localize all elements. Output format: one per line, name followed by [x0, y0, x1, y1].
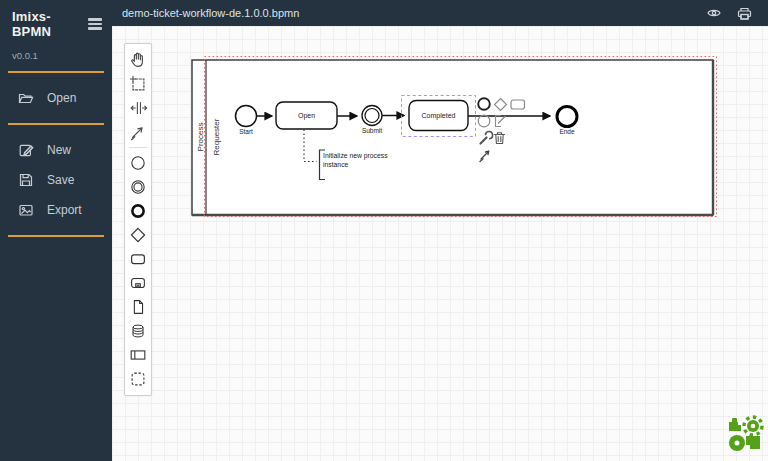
bpmn-intermediate-event-submit[interactable]: Submit [362, 106, 382, 135]
create-task[interactable] [126, 247, 150, 271]
bpmn-task-open[interactable]: Open [276, 102, 337, 129]
divider [8, 235, 104, 237]
lasso-tool[interactable] [126, 72, 150, 96]
divider [8, 71, 104, 73]
sidebar-item-open[interactable]: Open [0, 83, 112, 113]
sidebar-item-label: Export [47, 203, 82, 217]
pool-label: Process [196, 123, 205, 152]
bpmn-pool-process[interactable]: Process Requester [192, 60, 713, 215]
node-label: Completed [422, 112, 456, 120]
print-icon[interactable] [737, 7, 752, 20]
node-label: Ende [559, 128, 575, 135]
open-bpmn-logo [727, 414, 765, 458]
create-gateway[interactable] [126, 223, 150, 247]
diagram-canvas[interactable]: Process Requester Start Open Submit [112, 26, 768, 461]
create-data-object[interactable] [126, 295, 150, 319]
sidebar-item-label: New [47, 143, 71, 157]
bpmn-diagram: Process Requester Start Open Submit [112, 26, 768, 461]
create-data-store[interactable] [126, 319, 150, 343]
sidebar-item-save[interactable]: Save [0, 165, 112, 195]
node-label: Submit [362, 127, 382, 134]
divider [8, 123, 104, 125]
create-group[interactable] [126, 367, 150, 391]
global-connect-tool[interactable] [126, 120, 150, 144]
tool-palette [124, 43, 152, 396]
create-subprocess[interactable] [126, 271, 150, 295]
sidebar-item-new[interactable]: New [0, 135, 112, 165]
bpmn-end-event-ende[interactable]: Ende [557, 107, 577, 135]
eye-preview-icon[interactable] [706, 7, 722, 19]
create-intermediate-event[interactable] [126, 175, 150, 199]
create-end-event[interactable] [126, 199, 150, 223]
menu-icon[interactable] [88, 18, 102, 30]
node-label: Open [298, 112, 315, 120]
app-version: v0.0.1 [12, 50, 102, 61]
sidebar-item-label: Open [47, 91, 76, 105]
create-participant[interactable] [126, 343, 150, 367]
edit-icon [18, 142, 34, 158]
sidebar: Imixs-BPMN v0.0.1 Open New [0, 0, 112, 461]
palette-divider [129, 147, 147, 148]
hand-tool[interactable] [126, 48, 150, 72]
bpmn-task-completed[interactable]: Completed [409, 101, 468, 131]
create-start-event[interactable] [126, 151, 150, 175]
space-tool[interactable] [126, 96, 150, 120]
sidebar-item-export[interactable]: Export [0, 195, 112, 225]
sidebar-item-label: Save [47, 173, 74, 187]
lane-label: Requester [212, 118, 221, 155]
topbar: demo-ticket-workflow-de.1.0.0.bpmn [112, 0, 768, 26]
save-icon [18, 172, 34, 188]
folder-open-icon [18, 90, 34, 106]
app-title: Imixs-BPMN [12, 9, 88, 39]
image-export-icon [18, 202, 34, 218]
node-label: Start [239, 128, 253, 135]
document-filename: demo-ticket-workflow-de.1.0.0.bpmn [112, 7, 706, 19]
